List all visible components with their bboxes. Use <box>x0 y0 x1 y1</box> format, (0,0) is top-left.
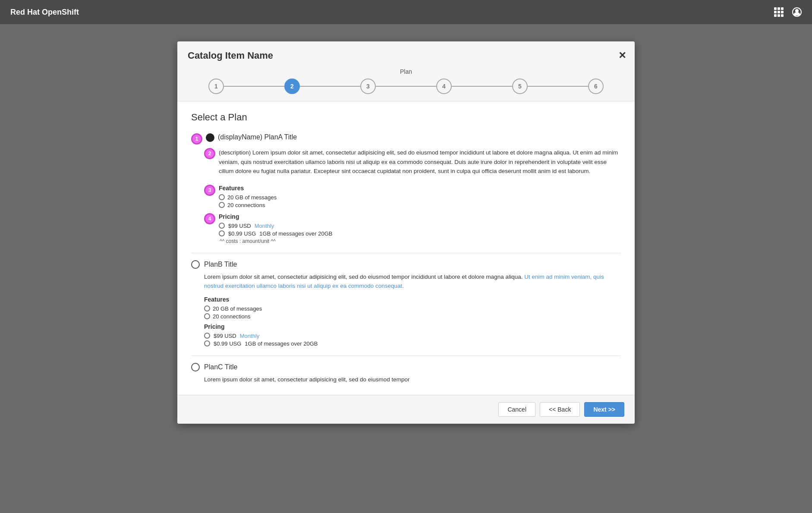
plan-c-radio-row: PlanC Title <box>191 363 621 371</box>
plan-c-description: Lorem ipsum dolor sit amet, consectetur … <box>204 375 621 384</box>
plan-b-radio-row: PlanB Title <box>191 260 621 269</box>
plan-option-c: PlanC Title Lorem ipsum dolor sit amet, … <box>191 363 621 384</box>
plan-a-description: (description) Lorem ipsum dolor sit amet… <box>219 148 621 176</box>
plan-a-pricing-heading: Pricing <box>219 213 332 220</box>
plan-a-price-1: $99 USD Monthly <box>219 223 332 229</box>
separator-bc <box>191 356 621 356</box>
plan-b-feature-1: 20 GB of messages <box>204 305 621 312</box>
step-2[interactable]: 2 <box>284 79 300 94</box>
navbar-icons <box>774 7 802 17</box>
plan-b-radio[interactable] <box>191 260 200 269</box>
step-3[interactable]: 3 <box>360 79 376 94</box>
badge-4: 4 <box>204 213 215 224</box>
step-6[interactable]: 6 <box>588 79 604 94</box>
pricing-icon-1 <box>219 223 225 229</box>
plan-b-feature-2: 20 connections <box>204 313 621 320</box>
feature-icon-1 <box>219 194 225 200</box>
next-button[interactable]: Next >> <box>584 402 624 417</box>
plan-a-desc-row: 2 (description) Lorem ipsum dolor sit am… <box>204 148 621 181</box>
plan-a-pricing: Pricing $99 USD Monthly $0.99 USG 1GB of… <box>219 213 332 244</box>
modal-header: Catalog Item Name ✕ Plan 1 2 3 4 5 6 <box>177 41 635 101</box>
back-button[interactable]: << Back <box>540 402 580 417</box>
pricing-icon-2 <box>219 230 225 236</box>
plan-a-feature-2: 20 connections <box>219 202 277 208</box>
step-line-3 <box>376 86 436 87</box>
plan-b-price-2: $0.99 USG 1GB of messages over 20GB <box>204 340 621 347</box>
plan-a-features-row: 3 Features 20 GB of messages 20 connecti… <box>204 185 621 210</box>
pricing-icon-b1 <box>204 333 210 339</box>
app-title: Red Hat OpenShift <box>10 8 79 17</box>
feature-icon-2 <box>219 202 225 208</box>
plan-b-details: Lorem ipsum dolor sit amet, consectetur … <box>204 272 621 347</box>
plan-b-features-heading: Features <box>204 296 621 303</box>
stepper-track: 1 2 3 4 5 6 <box>188 79 624 94</box>
pricing-icon-b2 <box>204 340 210 346</box>
badge-1: 1 <box>191 133 202 145</box>
separator-ab <box>191 253 621 253</box>
step-5[interactable]: 5 <box>512 79 528 94</box>
plan-option-b: PlanB Title Lorem ipsum dolor sit amet, … <box>191 260 621 347</box>
plan-a-price-2: $0.99 USG 1GB of messages over 20GB <box>219 230 332 237</box>
step-line-1 <box>224 86 284 87</box>
plan-b-description: Lorem ipsum dolor sit amet, consectetur … <box>204 272 621 291</box>
plan-a-details: 2 (description) Lorem ipsum dolor sit am… <box>204 148 621 244</box>
step-4[interactable]: 4 <box>436 79 452 94</box>
stepper-active-label: Plan <box>400 68 412 75</box>
step-line-4 <box>452 86 512 87</box>
plan-b-price-1: $99 USD Monthly <box>204 333 621 339</box>
modal-title: Catalog Item Name <box>188 50 624 61</box>
page-background: Catalog Item Name ✕ Plan 1 2 3 4 5 6 <box>0 24 812 513</box>
plan-c-title: PlanC Title <box>204 363 237 371</box>
cancel-button[interactable]: Cancel <box>498 402 535 417</box>
step-line-5 <box>528 86 588 87</box>
section-heading: Select a Plan <box>191 112 621 123</box>
plan-a-features-heading: Features <box>219 185 277 192</box>
plan-a-pricing-row: 4 Pricing $99 USD Monthly $0.99 USG <box>204 213 621 244</box>
plan-a-radio-row: 1 (displayName) PlanA Title <box>191 133 621 145</box>
plan-a-features: Features 20 GB of messages 20 connection… <box>219 185 277 210</box>
close-button[interactable]: ✕ <box>618 50 626 61</box>
navbar: Red Hat OpenShift <box>0 0 812 24</box>
apps-grid-icon[interactable] <box>774 7 784 17</box>
plan-b-title: PlanB Title <box>204 261 237 268</box>
stepper: Plan 1 2 3 4 5 6 <box>188 68 624 101</box>
modal-footer: Cancel << Back Next >> <box>177 395 635 424</box>
modal-dialog: Catalog Item Name ✕ Plan 1 2 3 4 5 6 <box>177 41 635 424</box>
plan-a-pricing-note: ^^ costs : amount/unit ^^ <box>220 238 332 244</box>
badge-3: 3 <box>204 185 215 196</box>
plan-a-title: (displayName) PlanA Title <box>218 133 297 141</box>
plan-b-pricing-heading: Pricing <box>204 323 621 330</box>
plan-c-radio[interactable] <box>191 363 200 371</box>
modal-body: Select a Plan 1 (displayName) PlanA Titl… <box>177 101 635 395</box>
feature-icon-b2 <box>204 313 210 319</box>
svg-point-0 <box>795 9 799 13</box>
badge-2: 2 <box>204 148 215 159</box>
user-avatar-icon[interactable] <box>792 7 802 17</box>
plan-option-a: 1 (displayName) PlanA Title 2 (descripti… <box>191 133 621 244</box>
plan-a-feature-1: 20 GB of messages <box>219 194 277 201</box>
step-line-2 <box>300 86 360 87</box>
feature-icon-b1 <box>204 305 210 312</box>
plan-a-radio[interactable] <box>206 133 214 142</box>
plan-c-details: Lorem ipsum dolor sit amet, consectetur … <box>204 375 621 384</box>
step-1[interactable]: 1 <box>208 79 224 94</box>
